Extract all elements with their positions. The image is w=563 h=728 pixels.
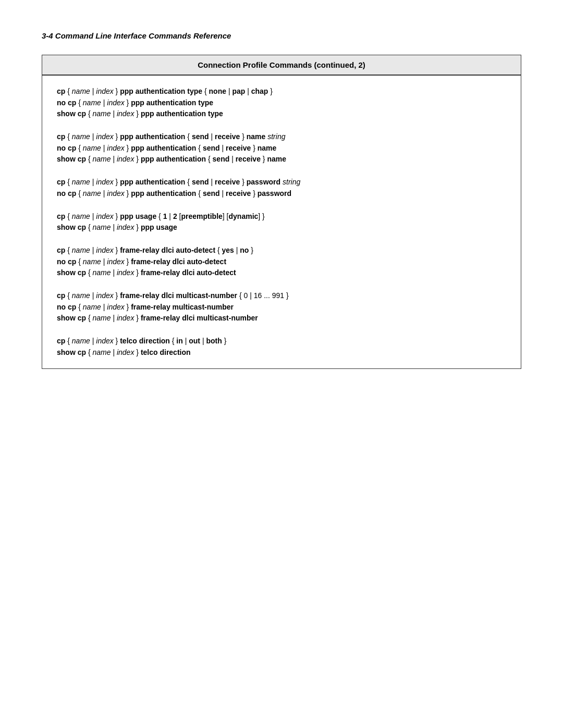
command-table: Connection Profile Commands (continued, … [42, 55, 521, 369]
cmd-group-6: cp { name | index } frame-relay dlci mul… [57, 290, 506, 324]
table-content: cp { name | index } ppp authentication t… [42, 75, 521, 369]
cmd-group-7: cp { name | index } telco direction { in… [57, 336, 506, 358]
page-header: 3-4 Command Line Interface Commands Refe… [42, 31, 521, 40]
cmd-group-3: cp { name | index } ppp authentication {… [57, 177, 506, 199]
cmd-line: no cp { name | index } ppp authenticatio… [57, 97, 506, 109]
cmd-line: cp { name | index } frame-relay dlci mul… [57, 290, 506, 302]
cmd-group-2: cp { name | index } ppp authentication {… [57, 131, 506, 165]
cmd-line: cp { name | index } ppp authentication t… [57, 86, 506, 97]
cmd-line: no cp { name | index } frame-relay multi… [57, 302, 506, 313]
cmd-line: show cp { name | index } telco direction [57, 347, 506, 359]
cmd-line: cp { name | index } ppp authentication {… [57, 177, 506, 188]
table-title: Connection Profile Commands (continued, … [42, 55, 521, 76]
cmd-line: cp { name | index } ppp usage { 1 | 2 [p… [57, 211, 506, 223]
cmd-group-4: cp { name | index } ppp usage { 1 | 2 [p… [57, 211, 506, 233]
cmd-line: no cp { name | index } frame-relay dlci … [57, 256, 506, 268]
cmd-line: no cp { name | index } ppp authenticatio… [57, 143, 506, 154]
cmd-line: show cp { name | index } frame-relay dlc… [57, 267, 506, 279]
cmd-line: show cp { name | index } ppp authenticat… [57, 154, 506, 165]
cmd-line: cp { name | index } ppp authentication {… [57, 131, 506, 143]
cmd-line: show cp { name | index } frame-relay dlc… [57, 313, 506, 324]
cmd-line: cp { name | index } telco direction { in… [57, 336, 506, 347]
cmd-line: show cp { name | index } ppp usage [57, 222, 506, 233]
cmd-line: no cp { name | index } ppp authenticatio… [57, 188, 506, 200]
cmd-group-1: cp { name | index } ppp authentication t… [57, 86, 506, 120]
cmd-line: show cp { name | index } ppp authenticat… [57, 108, 506, 120]
cmd-line: cp { name | index } frame-relay dlci aut… [57, 245, 506, 256]
cmd-group-5: cp { name | index } frame-relay dlci aut… [57, 245, 506, 279]
